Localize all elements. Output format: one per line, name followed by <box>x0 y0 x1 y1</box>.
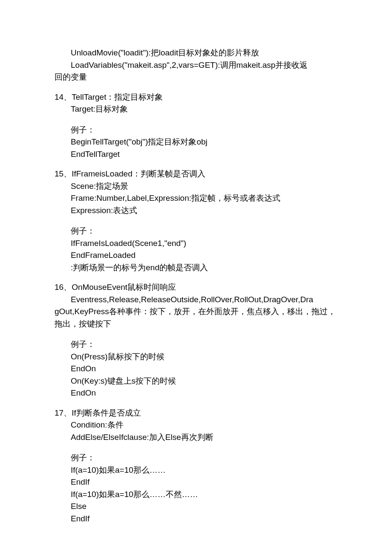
code-line: On(Key:s)键盘上s按下的时候 <box>55 375 337 387</box>
code-line: AddElse/ElseIfclause:加入Else再次判断 <box>55 431 337 444</box>
document-body: UnloadMovie("loadit"):把loadit目标对象处的影片释放 … <box>55 47 337 525</box>
code-line: 拖出，按键按下 <box>55 318 337 330</box>
section-17-title: 17、If判断条件是否成立 <box>55 407 337 419</box>
code-line: :判断场景一的标号为end的帧是否调入 <box>55 262 337 274</box>
example-label: 例子： <box>55 338 337 351</box>
code-line: EndFrameLoaded <box>55 249 337 262</box>
code-line: gOut,KeyPress各种事件：按下，放开，在外面放开，焦点移入，移出，拖过… <box>55 306 337 318</box>
code-line: Target:目标对象 <box>55 103 337 116</box>
code-line: UnloadMovie("loadit"):把loadit目标对象处的影片释放 <box>55 47 337 59</box>
code-line: BeginTellTarget("obj")指定目标对象obj <box>55 136 337 148</box>
code-line: EndOn <box>55 387 337 399</box>
example-label: 例子： <box>55 452 337 464</box>
section-15-title: 15、IfFrameisLoaded：判断某帧是否调入 <box>55 168 337 180</box>
example-label: 例子： <box>55 225 337 237</box>
code-line: Else <box>55 500 337 513</box>
code-line: IfFrameIsLoaded(Scene1,"end") <box>55 237 337 250</box>
code-line: Eventress,Release,ReleaseOutside,RollOve… <box>55 294 337 306</box>
code-line: EndIf <box>55 513 337 525</box>
code-line: If(a=10)如果a=10那么……不然…… <box>55 489 337 501</box>
section-14-title: 14、TellTarget：指定目标对象 <box>55 91 337 104</box>
code-line: Condition:条件 <box>55 419 337 431</box>
code-line: Scene:指定场景 <box>55 180 337 193</box>
code-line: If(a=10)如果a=10那么…… <box>55 464 337 477</box>
code-line: Frame:Number,Label,Expression:指定帧，标号或者表达… <box>55 192 337 205</box>
code-line: EndOn <box>55 363 337 375</box>
code-line: EndTellTarget <box>55 148 337 161</box>
code-line: On(Press)鼠标按下的时候 <box>55 351 337 363</box>
code-line: LoadVariables("makeit.asp",2,vars=GET):调… <box>55 59 337 72</box>
code-line: 回的变量 <box>55 71 337 84</box>
code-line: EndIf <box>55 476 337 489</box>
section-16-title: 16、OnMouseEvent鼠标时间响应 <box>55 281 337 294</box>
code-line: Expression:表达式 <box>55 205 337 217</box>
example-label: 例子： <box>55 124 337 136</box>
